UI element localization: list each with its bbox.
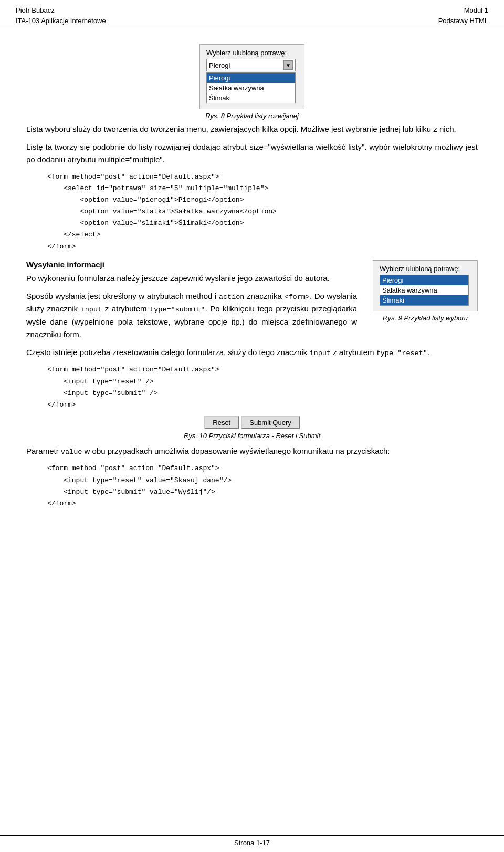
topic-label: Podstawy HTML	[438, 16, 488, 26]
list-item-slimaki[interactable]: Ślimaki	[207, 93, 295, 103]
inline-form: <form>	[284, 293, 310, 301]
para-7: Często istnieje potrzeba zresetowania ca…	[26, 346, 478, 359]
multi-select-box[interactable]: Pierogi Sałatka warzywna Ślimaki	[380, 275, 469, 306]
fig8-caption: Rys. 8 Przykład listy rozwijanej	[205, 112, 299, 120]
code-block-2: <form method="post" action="Default.aspx…	[47, 364, 478, 410]
inline-input-2: input	[309, 349, 331, 357]
fig9-caption: Rys. 9 Przykład listy wyboru	[383, 314, 468, 322]
inline-input: input	[81, 306, 102, 314]
multi-item-slimaki[interactable]: Ślimaki	[380, 295, 468, 305]
code-block-3: <form method="post" action="Default.aspx…	[47, 463, 478, 509]
code-block-1: <form method="post" action="Default.aspx…	[47, 171, 478, 253]
figure-8: Wybierz ulubioną potrawę: Pierogi ▼ Pier…	[26, 44, 478, 120]
inline-action: action	[219, 293, 245, 301]
inline-type-reset: type="reset"	[376, 349, 427, 357]
page-number: Strona 1-17	[234, 839, 270, 847]
header-left: Piotr Bubacz ITA-103 Aplikacje Interneto…	[16, 5, 106, 26]
module-label: Moduł 1	[438, 5, 488, 16]
list-item-pierogi[interactable]: Pierogi	[207, 73, 295, 83]
inline-type-submit: type="submit"	[150, 306, 205, 314]
buttons-demo: Reset Submit Query	[204, 416, 299, 429]
reset-button[interactable]: Reset	[204, 416, 239, 429]
demo-multiselect-widget: Wybierz ulubioną potrawę: Pierogi Sałatk…	[373, 260, 478, 311]
demo-dropdown-widget: Wybierz ulubioną potrawę: Pierogi ▼ Pier…	[200, 44, 304, 109]
list-item-salatka[interactable]: Sałatka warzywna	[207, 83, 295, 93]
fig10-caption: Rys. 10 Przyciski formularza - Reset i S…	[184, 432, 320, 440]
author-name: Piotr Bubacz	[16, 5, 106, 16]
page-header: Piotr Bubacz ITA-103 Aplikacje Interneto…	[0, 0, 504, 29]
dropdown-selected-value: Pierogi	[209, 61, 284, 69]
submit-button[interactable]: Submit Query	[241, 416, 299, 429]
figure-10: Reset Submit Query Rys. 10 Przyciski for…	[26, 416, 478, 440]
dropdown-field[interactable]: Pierogi ▼	[206, 59, 296, 71]
course-name: ITA-103 Aplikacje Internetowe	[16, 16, 106, 26]
para-2: Listę ta tworzy się podobnie do listy ro…	[26, 141, 478, 166]
dropdown-list: Pierogi Sałatka warzywna Ślimaki	[206, 72, 296, 103]
dropdown-arrow-icon[interactable]: ▼	[284, 60, 293, 70]
para-1: Lista wyboru służy do tworzenia do tworz…	[26, 123, 478, 136]
inline-value: value	[61, 448, 82, 456]
multi-item-salatka[interactable]: Sałatka warzywna	[380, 285, 468, 295]
section-wysylanie-wrapper: Wybierz ulubioną potrawę: Pierogi Sałatk…	[26, 260, 478, 346]
para-8: Parametr value w obu przypadkach umożliw…	[26, 445, 478, 458]
multiselect-label: Wybierz ulubioną potrawę:	[380, 265, 471, 273]
main-content: Wybierz ulubioną potrawę: Pierogi ▼ Pier…	[0, 29, 504, 536]
dropdown-label: Wybierz ulubioną potrawę:	[206, 49, 298, 57]
figure-9: Wybierz ulubioną potrawę: Pierogi Sałatk…	[373, 260, 478, 322]
multi-item-pierogi[interactable]: Pierogi	[380, 275, 468, 285]
page-footer: Strona 1-17	[0, 835, 504, 847]
header-right: Moduł 1 Podstawy HTML	[438, 5, 488, 26]
